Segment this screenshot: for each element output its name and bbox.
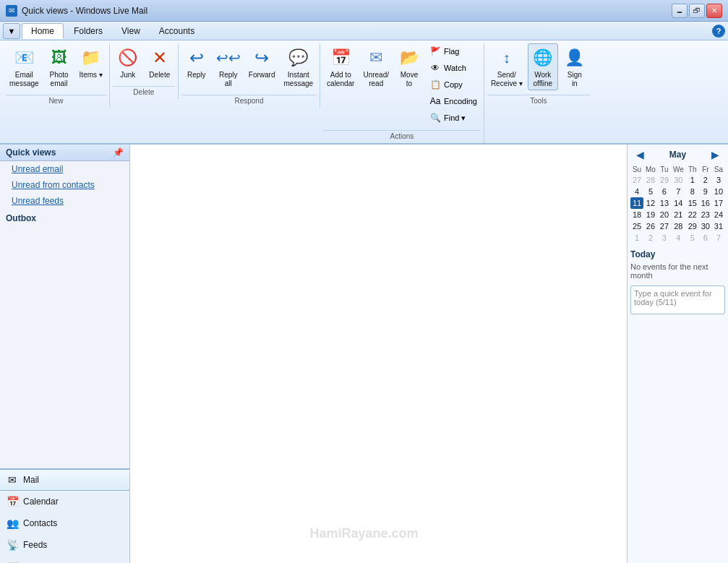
calendar-day[interactable]: 11 <box>630 197 643 209</box>
work-offline-button[interactable]: 🌐 Workoffline <box>528 43 558 90</box>
cal-header-su: Su <box>630 165 643 174</box>
flag-button[interactable]: 🚩 Flag <box>426 43 481 59</box>
minimize-button[interactable]: 🗕 <box>672 4 688 18</box>
tab-folders[interactable]: Folders <box>65 23 111 39</box>
calendar-day[interactable]: 20 <box>658 209 671 220</box>
maximize-button[interactable]: 🗗 <box>689 4 705 18</box>
calendar-day[interactable]: 16 <box>699 197 712 209</box>
calendar-day[interactable]: 6 <box>699 232 712 244</box>
reply-label: Reply <box>187 71 206 79</box>
forward-button[interactable]: ↪ Forward <box>245 43 279 82</box>
sign-in-button[interactable]: 👤 Signin <box>560 43 590 90</box>
tab-accounts[interactable]: Accounts <box>150 23 203 39</box>
send-receive-button[interactable]: ↕ Send/Receive ▾ <box>487 43 526 90</box>
calendar-day[interactable]: 4 <box>630 186 643 197</box>
calendar-day[interactable]: 28 <box>671 220 686 232</box>
calendar-day[interactable]: 15 <box>686 197 699 209</box>
calendar-day[interactable]: 25 <box>630 220 643 232</box>
calendar-day[interactable]: 27 <box>658 220 671 232</box>
junk-button[interactable]: 🚫 Junk <box>113 43 143 82</box>
calendar-day[interactable]: 23 <box>699 209 712 220</box>
calendar-day[interactable]: 18 <box>630 209 643 220</box>
window-controls: 🗕 🗗 ✕ <box>672 4 722 18</box>
tab-home[interactable]: Home <box>22 23 64 39</box>
app-menu-icon: ▼ <box>8 27 16 35</box>
calendar-day[interactable]: 29 <box>658 174 671 186</box>
calendar-day[interactable]: 4 <box>671 232 686 244</box>
calendar-day[interactable]: 9 <box>699 186 712 197</box>
nav-item-feeds[interactable]: 📡 Feeds <box>0 534 129 556</box>
copy-button[interactable]: 📋 Copy <box>426 77 481 93</box>
nav-item-calendar[interactable]: 📅 Calendar <box>0 491 129 512</box>
nav-item-contacts[interactable]: 👥 Contacts <box>0 512 129 534</box>
app-menu-button[interactable]: ▼ <box>3 23 20 39</box>
move-to-icon: 📂 <box>398 46 421 69</box>
sidebar-item-unread-email[interactable]: Unread email <box>0 161 129 177</box>
calendar-day[interactable]: 10 <box>712 186 725 197</box>
today-section: Today No events for the next month <box>630 249 725 280</box>
calendar-day[interactable]: 24 <box>712 209 725 220</box>
calendar-prev-button[interactable]: ◀ <box>633 149 647 160</box>
calendar-day[interactable]: 3 <box>658 232 671 244</box>
calendar-next-button[interactable]: ▶ <box>708 149 722 160</box>
flag-label: Flag <box>444 47 459 56</box>
calendar-day[interactable]: 27 <box>630 174 643 186</box>
calendar-day[interactable]: 5 <box>643 186 658 197</box>
calendar-day[interactable]: 29 <box>686 220 699 232</box>
calendar-icon: 📅 <box>6 495 19 508</box>
nav-item-mail[interactable]: ✉ Mail <box>0 469 129 491</box>
sidebar-items: Unread email Unread from contacts Unread… <box>0 161 129 468</box>
sidebar-item-unread-feeds[interactable]: Unread feeds <box>0 193 129 209</box>
calendar-day[interactable]: 7 <box>671 186 686 197</box>
calendar-day[interactable]: 7 <box>712 232 725 244</box>
quick-event-input[interactable]: Type a quick event for today (5/11) <box>630 285 725 314</box>
calendar-day[interactable]: 26 <box>643 220 658 232</box>
calendar-day[interactable]: 2 <box>643 232 658 244</box>
calendar-day[interactable]: 1 <box>630 232 643 244</box>
ribbon-group-delete-items: 🚫 Junk ✕ Delete <box>113 43 175 85</box>
email-message-button[interactable]: 📧 Emailmessage <box>6 43 43 90</box>
watch-button[interactable]: 👁 Watch <box>426 60 481 76</box>
instant-message-icon: 💬 <box>287 46 310 69</box>
calendar-day[interactable]: 8 <box>686 186 699 197</box>
sidebar-title: Quick views <box>6 147 56 158</box>
calendar-day[interactable]: 30 <box>671 174 686 186</box>
calendar-day[interactable]: 30 <box>699 220 712 232</box>
unread-read-button[interactable]: ✉ Unread/read <box>359 43 393 90</box>
calendar-day[interactable]: 19 <box>643 209 658 220</box>
ribbon-group-actions: 📅 Add tocalendar ✉ Unread/read 📂 Moveto … <box>320 43 484 143</box>
calendar-day[interactable]: 21 <box>671 209 686 220</box>
calendar-day[interactable]: 12 <box>643 197 658 209</box>
add-to-calendar-button[interactable]: 📅 Add tocalendar <box>323 43 358 90</box>
photo-email-button[interactable]: 🖼 Photoemail <box>44 43 74 90</box>
calendar-day[interactable]: 22 <box>686 209 699 220</box>
ribbon-group-new-label: New <box>6 95 106 108</box>
calendar-day[interactable]: 3 <box>712 174 725 186</box>
reply-button[interactable]: ↩ Reply <box>181 43 212 82</box>
instant-message-button[interactable]: 💬 Instantmessage <box>281 43 317 90</box>
move-to-button[interactable]: 📂 Moveto <box>394 43 424 90</box>
find-button[interactable]: 🔍 Find ▾ <box>426 110 481 126</box>
calendar-day[interactable]: 17 <box>712 197 725 209</box>
ribbon-group-new: 📧 Emailmessage 🖼 Photoemail 📁 Items ▾ Ne… <box>3 43 110 108</box>
calendar-day[interactable]: 6 <box>658 186 671 197</box>
calendar-day[interactable]: 5 <box>686 232 699 244</box>
cal-header-we: We <box>671 165 686 174</box>
close-button[interactable]: ✕ <box>706 4 722 18</box>
reply-all-button[interactable]: ↩↩ Replyall <box>213 43 244 90</box>
find-icon: 🔍 <box>429 112 441 124</box>
sidebar-pin-icon[interactable]: 📌 <box>113 147 124 158</box>
calendar-day[interactable]: 1 <box>686 174 699 186</box>
calendar-day[interactable]: 28 <box>643 174 658 186</box>
items-button[interactable]: 📁 Items ▾ <box>76 43 106 82</box>
tab-view[interactable]: View <box>113 23 149 39</box>
calendar-day[interactable]: 31 <box>712 220 725 232</box>
calendar-day[interactable]: 13 <box>658 197 671 209</box>
nav-item-newsgroups[interactable]: 📰 Newsgroups <box>0 556 129 563</box>
calendar-day[interactable]: 2 <box>699 174 712 186</box>
help-icon[interactable]: ? <box>712 25 725 38</box>
delete-button[interactable]: ✕ Delete <box>145 43 175 82</box>
encoding-button[interactable]: Aa Encoding <box>426 93 481 109</box>
calendar-day[interactable]: 14 <box>671 197 686 209</box>
sidebar-item-unread-contacts[interactable]: Unread from contacts <box>0 177 129 193</box>
